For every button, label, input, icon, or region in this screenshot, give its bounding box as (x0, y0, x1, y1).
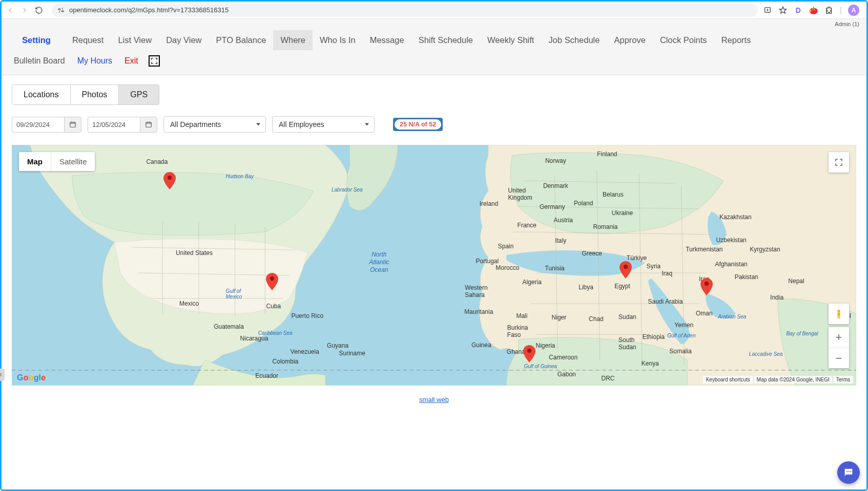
svg-rect-23 (838, 316, 839, 319)
svg-rect-22 (837, 312, 840, 316)
marker-egypt[interactable] (619, 261, 632, 279)
app-header: Admin (1) SettingRequestList ViewDay Vie… (2, 19, 866, 75)
address-bar[interactable] (52, 4, 758, 17)
zoom-out-button[interactable]: − (829, 348, 849, 368)
marker-nigeria[interactable] (523, 345, 535, 362)
side-drawer-handle[interactable]: ≡ (0, 369, 5, 381)
browser-chrome: D 🍅 | A (2, 2, 866, 19)
map-canvas (12, 145, 856, 386)
marker-fl[interactable] (266, 273, 278, 290)
secondary-nav: Bulletin Board My Hours Exit (2, 50, 866, 75)
nav-message[interactable]: Message (363, 30, 411, 50)
ext-d-icon[interactable]: D (794, 6, 803, 15)
reload-button[interactable] (34, 6, 44, 15)
date-from-picker[interactable] (64, 117, 81, 133)
nav-weekly[interactable]: Weekly Shift (480, 30, 541, 50)
install-icon[interactable] (763, 6, 772, 15)
svg-rect-24 (839, 316, 840, 319)
date-from-input[interactable] (12, 117, 64, 133)
nav-myhours[interactable]: My Hours (71, 52, 118, 70)
svg-point-26 (849, 471, 850, 472)
fullscreen-button[interactable] (149, 55, 160, 67)
map-fullscreen-button[interactable] (829, 152, 849, 173)
svg-point-18 (624, 265, 628, 269)
tab-photos[interactable]: Photos (71, 85, 119, 104)
nav-where[interactable]: Where (273, 30, 313, 50)
tab-locations[interactable]: Locations (12, 85, 71, 104)
nav-approve[interactable]: Approve (607, 30, 652, 50)
small-web-link[interactable]: small web (419, 396, 449, 403)
nav-jobsched[interactable]: Job Schedule (541, 30, 607, 50)
chrome-actions: D 🍅 | A (763, 5, 862, 16)
status-text: 25 N/A of 52 (395, 119, 441, 130)
svg-point-25 (846, 471, 848, 472)
admin-indicator[interactable]: Admin (1) (2, 19, 866, 27)
nav-shift[interactable]: Shift Schedule (411, 30, 480, 50)
nav-bulletin[interactable]: Bulletin Board (8, 52, 71, 70)
nav-listview[interactable]: List View (111, 30, 159, 50)
svg-point-27 (850, 471, 851, 472)
nav-pto[interactable]: PTO Balance (209, 30, 274, 50)
nav-exit[interactable]: Exit (118, 52, 144, 70)
google-logo: Google (17, 373, 46, 382)
svg-rect-6 (70, 122, 76, 127)
page-footer: small web (12, 386, 856, 405)
zoom-controls: + − (829, 327, 849, 368)
departments-dropdown[interactable]: All Departments (163, 116, 266, 133)
svg-point-20 (527, 349, 531, 353)
ext-tomato-icon[interactable]: 🍅 (809, 6, 818, 15)
map-type-toggle: Map Satellite (19, 152, 95, 171)
svg-point-21 (837, 310, 840, 313)
map[interactable]: CanadaHudson BayLabrador SeaUnited State… (12, 145, 856, 386)
extensions-icon[interactable] (824, 6, 834, 15)
date-to-picker[interactable] (140, 117, 157, 133)
back-button[interactable] (6, 6, 15, 15)
marker-can-sk[interactable] (163, 172, 176, 189)
nav-reports[interactable]: Reports (714, 30, 758, 50)
subtabs: LocationsPhotosGPS (12, 84, 159, 105)
svg-marker-5 (779, 7, 786, 13)
nav-clockpoints[interactable]: Clock Points (653, 30, 714, 50)
employees-dropdown[interactable]: All Employees (272, 116, 375, 133)
map-shortcuts[interactable]: Keyboard shortcuts (703, 376, 753, 383)
map-data: Map data ©2024 Google, INEGI (753, 376, 833, 383)
date-to-input[interactable] (88, 117, 140, 133)
map-attribution: Keyboard shortcuts Map data ©2024 Google… (703, 376, 853, 383)
map-type-map[interactable]: Map (19, 152, 51, 171)
date-from-group (12, 117, 81, 133)
svg-point-16 (168, 176, 172, 180)
zoom-in-button[interactable]: + (829, 327, 849, 348)
chat-fab[interactable] (837, 461, 860, 484)
date-to-group (88, 117, 157, 133)
nav-setting[interactable]: Setting (8, 30, 65, 50)
svg-point-17 (270, 276, 274, 281)
svg-rect-10 (146, 122, 152, 127)
status-pill[interactable]: 25 N/A of 52 (393, 118, 443, 131)
tab-gps[interactable]: GPS (119, 85, 159, 104)
svg-point-19 (705, 282, 709, 286)
svg-rect-0 (58, 9, 60, 10)
map-type-satellite[interactable]: Satellite (51, 152, 95, 171)
url-input[interactable] (69, 6, 753, 14)
page-content: LocationsPhotosGPS All Departments All E… (2, 75, 866, 405)
map-terms[interactable]: Terms (833, 376, 853, 383)
nav-whoisin[interactable]: Who Is In (313, 30, 363, 50)
profile-avatar[interactable]: A (848, 5, 859, 16)
svg-rect-1 (61, 11, 64, 12)
nav-dayview[interactable]: Day View (159, 30, 209, 50)
site-settings-icon[interactable] (57, 6, 65, 14)
bookmark-icon[interactable] (778, 6, 788, 15)
primary-nav: SettingRequestList ViewDay ViewPTO Balan… (2, 27, 866, 50)
filter-row: All Departments All Employees 25 N/A of … (12, 116, 856, 133)
nav-request[interactable]: Request (65, 30, 111, 50)
marker-gulf[interactable] (700, 278, 713, 295)
pegman[interactable] (829, 304, 849, 324)
forward-button[interactable] (20, 6, 29, 15)
